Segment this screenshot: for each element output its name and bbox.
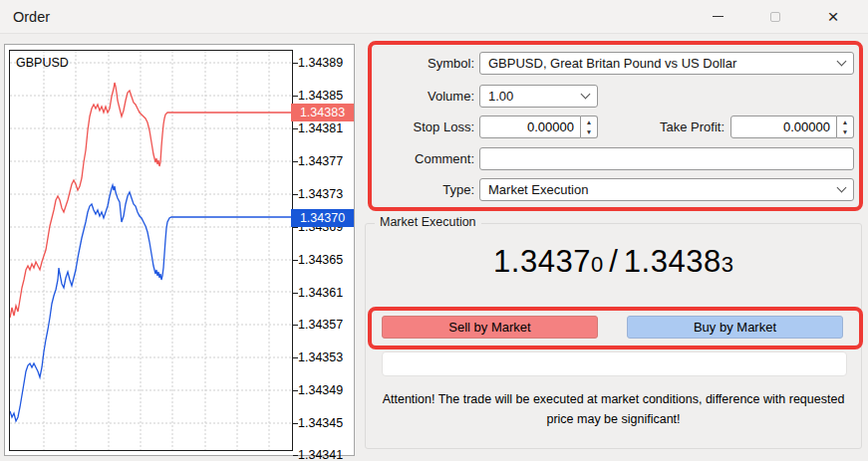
axis-price-label: 1.34349	[298, 382, 356, 398]
axis-price-label: 1.34361	[298, 285, 356, 301]
close-button[interactable]: ×	[816, 3, 850, 31]
axis-price-label: 1.34345	[298, 415, 356, 431]
axis-price-label: 1.34381	[298, 120, 356, 136]
ask-price-subdigit: 3	[722, 252, 733, 277]
ask-price-badge: 1.34383	[291, 104, 354, 121]
stop-loss-spinner: ▲ ▼	[581, 115, 598, 138]
axis-price-label: 1.34389	[298, 55, 356, 71]
symbol-select-value: GBPUSD, Great Britan Pound vs US Dollar	[488, 56, 838, 71]
axis-price-label: 1.34377	[298, 153, 356, 169]
tick-chart-svg	[10, 51, 292, 450]
spin-down-icon[interactable]: ▼	[581, 127, 597, 138]
axis-price-label: 1.34365	[298, 252, 356, 268]
volume-select[interactable]: 1.00	[479, 85, 598, 108]
window-title: Order	[0, 9, 50, 25]
bid-price-subdigit: 0	[591, 252, 603, 277]
price-separator: /	[603, 244, 624, 279]
symbol-label: Symbol:	[379, 56, 474, 71]
sell-by-market-button[interactable]: Sell by Market	[382, 316, 598, 339]
window-controls: ×	[701, 3, 868, 31]
chevron-down-icon	[581, 90, 591, 100]
comment-input[interactable]	[479, 147, 854, 170]
take-profit-field: ▲ ▼	[730, 115, 854, 138]
volume-select-value: 1.00	[488, 89, 582, 104]
bid-price-main: 1.3437	[493, 244, 591, 279]
minimize-icon	[713, 16, 723, 17]
empty-field	[382, 351, 847, 376]
take-profit-label: Take Profit:	[618, 119, 724, 134]
symbol-select[interactable]: GBPUSD, Great Britan Pound vs US Dollar	[479, 52, 854, 75]
ask-line	[10, 83, 291, 318]
chart-symbol-label: GBPUSD	[16, 56, 69, 70]
bid-line	[10, 185, 291, 421]
title-bar: Order ×	[0, 0, 868, 34]
take-profit-input[interactable]	[730, 115, 837, 138]
stop-loss-field: ▲ ▼	[479, 115, 598, 138]
buy-by-market-button[interactable]: Buy by Market	[627, 316, 843, 339]
maximize-button[interactable]	[758, 3, 792, 31]
comment-label: Comment:	[379, 151, 474, 166]
attention-text: Attention! The trade will be executed at…	[366, 389, 861, 429]
axis-price-label: 1.34385	[298, 88, 356, 104]
bid-ask-price-display: 1.34370/1.34383	[366, 244, 861, 280]
stop-loss-label: Stop Loss:	[379, 119, 474, 134]
volume-label: Volume:	[379, 89, 474, 104]
chevron-down-icon	[837, 57, 847, 67]
minimize-button[interactable]	[701, 3, 734, 31]
spin-down-icon[interactable]: ▼	[837, 127, 853, 138]
market-execution-group: Market Execution 1.34370/1.34383 Sell by…	[365, 223, 862, 449]
spin-up-icon[interactable]: ▲	[837, 116, 853, 127]
axis-price-label: 1.34353	[298, 349, 356, 365]
type-select-value: Market Execution	[488, 182, 838, 197]
maximize-icon	[770, 12, 780, 22]
chevron-down-icon	[837, 183, 847, 193]
close-icon: ×	[827, 7, 838, 26]
type-label: Type:	[379, 182, 474, 197]
stop-loss-input[interactable]	[479, 115, 581, 138]
tick-chart-panel: GBPUSD 1.343891.343851.343811.343771.343…	[4, 44, 355, 456]
market-execution-group-title: Market Execution	[375, 215, 481, 229]
bid-price-badge: 1.34370	[291, 209, 354, 227]
ask-price-main: 1.3438	[624, 244, 722, 279]
axis-price-label: 1.34341	[298, 447, 356, 461]
type-select[interactable]: Market Execution	[479, 178, 854, 201]
axis-price-label: 1.34357	[298, 317, 356, 333]
axis-price-label: 1.34373	[298, 186, 356, 202]
spin-up-icon[interactable]: ▲	[581, 116, 597, 127]
take-profit-spinner: ▲ ▼	[837, 115, 854, 138]
tick-chart-plot: GBPUSD	[9, 50, 293, 451]
